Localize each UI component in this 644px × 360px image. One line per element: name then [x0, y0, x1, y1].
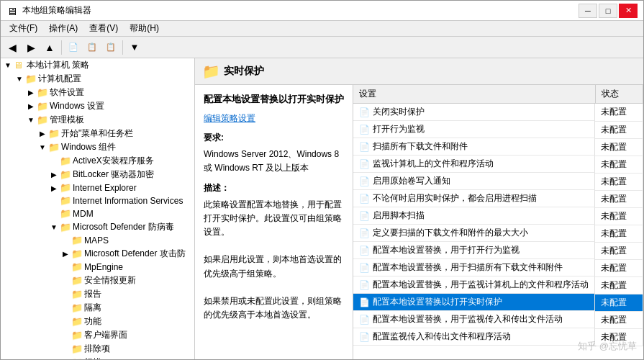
label-computer-policy: 本地计算机 策略 — [27, 59, 89, 71]
tree-item-windows-components[interactable]: ▼ 📁 Windows 组件 — [1, 140, 194, 154]
table-row[interactable]: 📄配置本地设置替换，用于监视传入和传出文件活动未配置 — [353, 311, 643, 328]
tree-item-admin-templates[interactable]: ▼ 📁 管理模板 — [1, 113, 194, 127]
label-software-settings: 软件设置 — [50, 86, 84, 99]
toggle-windows-settings[interactable]: ▶ — [25, 101, 37, 112]
new-button[interactable]: 📋 — [102, 39, 119, 56]
table-row[interactable]: 📄配置本地设置替换以打开实时保护未配置 — [353, 294, 643, 311]
table-row[interactable]: 📄配置本地设置替换，用于打开行为监视未配置 — [353, 242, 643, 259]
tree-item-mdm[interactable]: ▶ 📁 MDM — [1, 207, 194, 220]
table-row[interactable]: 📄配置监视传入和传出文件和程序活动未配置 — [353, 328, 643, 346]
toggle-bitlocker[interactable]: ▶ — [48, 169, 60, 181]
toggle-start-menu[interactable]: ▶ — [37, 128, 48, 140]
filter-button[interactable]: ▼ — [126, 39, 143, 56]
table-row[interactable]: 📄监视计算机上的文件和程序活动未配置 — [353, 156, 643, 173]
setting-row-icon: 📄 — [359, 297, 370, 307]
toggle-defender[interactable]: ▼ — [48, 222, 60, 233]
label-security-info: 安全情报更新 — [84, 274, 136, 287]
back-button[interactable]: ◀ — [4, 39, 21, 56]
toggle-software-settings[interactable]: ▶ — [25, 87, 37, 99]
toggle-computer-config[interactable]: ▼ — [14, 73, 25, 85]
table-row[interactable]: 📄打开行为监视未配置 — [353, 121, 643, 138]
icon-scan: 📁 — [71, 357, 83, 360]
requirement-section: 要求: Windows Server 2012、Windows 8 或 Wind… — [204, 131, 344, 176]
tree-item-iis[interactable]: ▶ 📁 Internet Information Services — [1, 194, 194, 207]
tree-item-exclusions[interactable]: ▶ 📁 排除项 — [1, 342, 194, 356]
toggle-admin-templates[interactable]: ▼ — [25, 114, 37, 126]
icon-windows-components: 📁 — [48, 142, 60, 153]
maximize-button[interactable]: □ — [599, 4, 617, 18]
icon-security-info: 📁 — [71, 275, 83, 287]
tree-item-computer-policy[interactable]: ▼ 🖥 本地计算机 策略 — [1, 58, 194, 72]
icon-defender-attack: 📁 — [71, 248, 83, 260]
setting-row-icon: 📄 — [359, 159, 370, 169]
toggle-defender-attack[interactable]: ▶ — [60, 248, 71, 260]
label-quarantine: 隔离 — [84, 302, 101, 314]
left-panel: ▼ 🖥 本地计算机 策略 ▼ 📁 计算机配置 ▶ 📁 软件设置 ▶ 📁 Wind… — [1, 58, 195, 359]
title-bar-left: 🖥 本地组策略编辑器 — [6, 4, 91, 17]
setting-name-cell: 📄扫描所有下载文件和附件 — [353, 138, 595, 156]
icon-features: 📁 — [71, 316, 83, 328]
menu-file[interactable]: 文件(F) — [4, 21, 43, 36]
icon-activex: 📁 — [60, 156, 71, 167]
properties-button[interactable]: 📋 — [83, 39, 101, 56]
toolbar-sep-2 — [122, 40, 123, 55]
toggle-windows-components[interactable]: ▼ — [37, 142, 48, 153]
menu-view[interactable]: 查看(V) — [83, 21, 124, 36]
table-row[interactable]: 📄启用原始卷写入通知未配置 — [353, 173, 643, 190]
table-row[interactable]: 📄配置本地设置替换，用于监视计算机上的文件和程序活动未配置 — [353, 276, 643, 294]
setting-name-cell: 📄配置监视传入和传出文件和程序活动 — [353, 328, 595, 346]
label-features: 功能 — [84, 315, 101, 328]
minimize-button[interactable]: ─ — [579, 4, 597, 18]
table-row[interactable]: 📄配置本地设置替换，用于扫描所有下载文件和附件未配置 — [353, 259, 643, 276]
label-defender-attack: Microsoft Defender 攻击防 — [84, 248, 186, 260]
table-row[interactable]: 📄扫描所有下载文件和附件未配置 — [353, 138, 643, 156]
label-start-menu: 开始"菜单和任务栏 — [61, 127, 133, 140]
tree-item-scan[interactable]: ▶ 📁 扫描 — [1, 356, 194, 359]
tree-item-security-info[interactable]: ▶ 📁 安全情报更新 — [1, 274, 194, 287]
table-row[interactable]: 📄不论何时启用实时保护，都会启用进程扫描未配置 — [353, 190, 643, 207]
toggle-computer-policy[interactable]: ▼ — [2, 60, 14, 71]
window-controls: ─ □ ✕ — [579, 4, 638, 18]
tree-item-software-settings[interactable]: ▶ 📁 软件设置 — [1, 86, 194, 99]
tree-item-report[interactable]: ▶ 📁 报告 — [1, 287, 194, 301]
tree-item-maps[interactable]: ▶ 📁 MAPS — [1, 234, 194, 247]
tree-item-client-ui[interactable]: ▶ 📁 客户端界面 — [1, 328, 194, 342]
tree-item-computer-config[interactable]: ▼ 📁 计算机配置 — [1, 72, 194, 86]
setting-name-cell: 📄配置本地设置替换，用于扫描所有下载文件和附件 — [353, 259, 595, 276]
tree-item-defender[interactable]: ▼ 📁 Microsoft Defender 防病毒 — [1, 220, 194, 234]
label-computer-config: 计算机配置 — [38, 73, 81, 85]
table-row[interactable]: 📄关闭实时保护未配置 — [353, 104, 643, 122]
tree-item-activex[interactable]: ▶ 📁 ActiveX安装程序服务 — [1, 154, 194, 168]
tree-item-features[interactable]: ▶ 📁 功能 — [1, 315, 194, 328]
show-hide-button[interactable]: 📄 — [65, 39, 82, 56]
forward-button[interactable]: ▶ — [22, 39, 40, 56]
icon-iis: 📁 — [60, 195, 71, 207]
setting-row-label: 配置本地设置替换，用于监视计算机上的文件和程序活动 — [373, 279, 589, 291]
setting-row-icon: 📄 — [359, 142, 370, 152]
tree-item-mpengine[interactable]: ▶ 📁 MpEngine — [1, 261, 194, 274]
close-button[interactable]: ✕ — [619, 4, 638, 18]
label-windows-settings: Windows 设置 — [50, 100, 104, 112]
tree-item-windows-settings[interactable]: ▶ 📁 Windows 设置 — [1, 99, 194, 113]
tree-item-quarantine[interactable]: ▶ 📁 隔离 — [1, 301, 194, 315]
up-button[interactable]: ▲ — [41, 39, 58, 56]
settings-panel: 设置 状态 📄关闭实时保护未配置📄打开行为监视未配置📄扫描所有下载文件和附件未配… — [353, 85, 643, 359]
tree-item-defender-attack[interactable]: ▶ 📁 Microsoft Defender 攻击防 — [1, 247, 194, 261]
tree-item-bitlocker[interactable]: ▶ 📁 BitLocker 驱动器加密 — [1, 168, 194, 181]
menu-action[interactable]: 操作(A) — [43, 21, 83, 36]
col-status: 状态 — [595, 85, 643, 104]
tree-item-ie[interactable]: ▶ 📁 Internet Explorer — [1, 181, 194, 194]
menu-help[interactable]: 帮助(H) — [124, 21, 165, 36]
label-report: 报告 — [84, 288, 101, 300]
icon-computer-policy: 🖥 — [14, 60, 25, 71]
setting-status-cell: 未配置 — [595, 156, 643, 173]
setting-row-icon: 📄 — [359, 107, 370, 117]
setting-name-cell: 📄启用脚本扫描 — [353, 207, 595, 225]
edit-policy-link[interactable]: 编辑策略设置 — [204, 113, 255, 123]
requirement-label: 要求: — [204, 131, 344, 145]
table-row[interactable]: 📄启用脚本扫描未配置 — [353, 207, 643, 225]
table-row[interactable]: 📄定义要扫描的下载文件和附件的最大大小未配置 — [353, 225, 643, 242]
setting-name-cell: 📄配置本地设置替换，用于监视传入和传出文件活动 — [353, 311, 595, 328]
tree-item-start-menu[interactable]: ▶ 📁 开始"菜单和任务栏 — [1, 127, 194, 140]
toggle-ie[interactable]: ▶ — [48, 182, 60, 194]
